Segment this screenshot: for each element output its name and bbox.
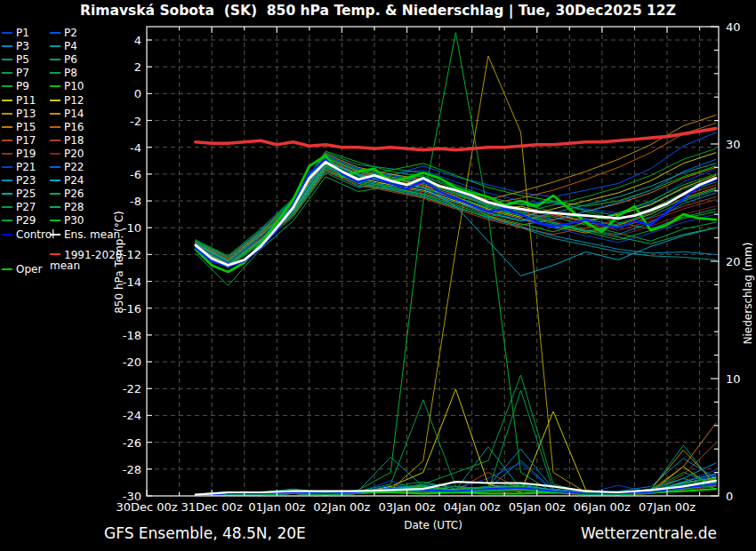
x-axis-tick-label: 01Jan 00z <box>248 500 305 514</box>
left-axis-tick-label: -20 <box>123 355 141 369</box>
x-axis-tick-label: 02Jan 00z <box>313 500 370 514</box>
x-axis-tick-label: 31Dec 00z <box>181 500 243 514</box>
left-axis-tick-label: 4 <box>134 34 141 47</box>
left-axis-tick-label: -18 <box>123 328 141 341</box>
precip-series-P27 <box>196 375 716 496</box>
x-axis-tick-label: 03Jan 00z <box>378 500 435 514</box>
x-axis-tick-label: 05Jan 00z <box>509 500 566 514</box>
precip-series-P9 <box>196 33 716 496</box>
left-axis-tick-label: -8 <box>130 195 141 208</box>
meteogram-canvas: Rimavská Sobota (SK) 850 hPa Temp. & Nie… <box>0 0 756 551</box>
footer-model-info: GFS Ensemble, 48.5N, 20E <box>104 524 306 542</box>
x-axis-tick-label: 06Jan 00z <box>574 500 631 514</box>
precip-series-P7 <box>196 390 716 496</box>
left-axis-tick-label: 2 <box>134 60 141 74</box>
left-axis-tick-label: -22 <box>123 382 141 395</box>
left-axis-tick-label: 0 <box>134 87 141 100</box>
series-lines <box>196 33 716 496</box>
x-axis-tick-label: 04Jan 00z <box>444 500 501 514</box>
right-axis-tick-label: 10 <box>726 372 741 386</box>
precip-series-P15 <box>196 423 716 496</box>
left-axis-tick-label: -6 <box>130 167 141 180</box>
right-axis-tick-label: 30 <box>726 138 741 151</box>
temp-series-1991-2020 mean <box>196 129 716 150</box>
left-axis-tick-label: -2 <box>130 114 141 127</box>
right-axis-tick-label: 0 <box>726 490 733 503</box>
left-axis-tick-label: -4 <box>130 140 141 154</box>
precip-series-P13 <box>196 56 716 496</box>
x-axis-tick-label: 07Jan 00z <box>639 500 696 514</box>
x-axis-tick-label: 30Dec 00z <box>116 500 177 514</box>
footer-brand: Wetterzentrale.de <box>581 524 717 542</box>
x-axis-title: Date (UTC) <box>404 519 462 531</box>
left-axis-title: 850 hPa Temp. (°C) <box>113 211 125 314</box>
left-axis-tick-label: -24 <box>123 409 141 422</box>
left-axis-tick-label: -28 <box>123 462 141 475</box>
right-axis-title: Niederschlag (mm) <box>742 243 754 345</box>
left-axis-tick-label: -26 <box>123 435 141 449</box>
right-axis-tick-label: 40 <box>726 20 741 34</box>
right-axis-tick-label: 20 <box>726 255 741 268</box>
